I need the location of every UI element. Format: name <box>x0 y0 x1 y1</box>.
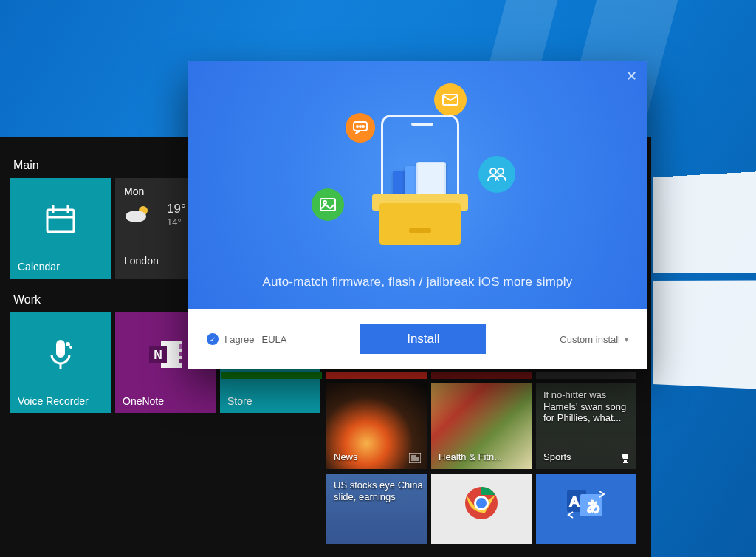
people-bubble-icon <box>478 156 515 193</box>
svg-point-11 <box>66 342 70 346</box>
mail-bubble-icon <box>434 83 467 116</box>
tile-label: Calendar <box>18 261 60 273</box>
calendar-icon <box>43 202 78 238</box>
tile-voice-recorder[interactable]: Voice Recorder <box>10 312 111 413</box>
agree-label: I agree <box>224 334 254 345</box>
svg-text:A: A <box>570 494 579 509</box>
svg-rect-16 <box>179 359 182 363</box>
chrome-icon <box>463 485 500 522</box>
installer-hero: ✕ Auto-match firmware, flash / jailb <box>188 61 647 309</box>
close-icon: ✕ <box>626 69 637 83</box>
weather-content: Mon 19° 14° London <box>124 185 144 197</box>
svg-point-37 <box>360 126 361 127</box>
money-headline: US stocks eye China slide, earnings <box>334 479 427 502</box>
svg-point-12 <box>69 346 72 349</box>
translate-icon: Aあ <box>566 485 607 521</box>
eula-link[interactable]: EULA <box>261 334 286 345</box>
onenote-icon: N <box>146 337 185 372</box>
photo-bubble-icon <box>312 188 344 221</box>
tile-label: News <box>334 451 358 463</box>
custom-install-toggle[interactable]: Custom install ▾ <box>560 334 628 345</box>
svg-text:N: N <box>154 349 162 361</box>
weather-high: 19° <box>167 202 186 216</box>
svg-rect-0 <box>47 210 74 232</box>
tile-money[interactable]: US stocks eye China slide, earnings <box>326 474 427 544</box>
svg-point-42 <box>498 168 504 174</box>
sports-headline: If no-hitter was Hamels' swan song for P… <box>543 389 636 424</box>
tile-translate[interactable]: Aあ <box>536 474 636 544</box>
svg-point-41 <box>490 168 496 174</box>
tile-label: Sports <box>543 451 571 463</box>
install-button[interactable]: Install <box>360 324 486 354</box>
drawer-icon <box>379 187 461 245</box>
chat-bubble-icon <box>346 113 375 143</box>
tile-unknown-dark[interactable] <box>431 372 532 379</box>
installer-footer: ✓ I agree EULA Install Custom install ▾ <box>188 309 647 369</box>
installer-tagline: Auto-match firmware, flash / jailbreak i… <box>188 275 647 290</box>
install-label: Install <box>407 332 439 346</box>
weather-low: 14° <box>167 216 186 228</box>
tile-label: Voice Recorder <box>18 395 89 407</box>
tile-label: OneNote <box>123 395 164 407</box>
news-icon <box>409 453 421 463</box>
svg-point-36 <box>357 126 358 127</box>
close-button[interactable]: ✕ <box>621 66 642 86</box>
weather-city: London <box>124 255 159 267</box>
checkbox-checked-icon: ✓ <box>207 333 219 345</box>
tiles-right: News Health & Fitn... If no-hitter was H… <box>221 372 636 544</box>
custom-install-label: Custom install <box>560 334 620 345</box>
tile-calendar[interactable]: Calendar <box>10 178 111 278</box>
trophy-icon <box>620 453 630 463</box>
tile-unknown-red[interactable] <box>326 372 427 379</box>
tile-health[interactable]: Health & Fitn... <box>431 383 532 469</box>
svg-rect-39 <box>320 199 335 211</box>
weather-day: Mon <box>124 185 144 197</box>
tile-xbox[interactable] <box>221 372 322 379</box>
svg-point-38 <box>362 126 364 127</box>
svg-text:あ: あ <box>587 499 600 513</box>
svg-point-5 <box>126 211 146 222</box>
svg-rect-9 <box>56 340 65 358</box>
installer-illustration <box>292 82 543 252</box>
eula-agree[interactable]: ✓ I agree EULA <box>207 333 286 345</box>
svg-point-29 <box>476 498 487 508</box>
tile-chrome[interactable] <box>431 474 532 544</box>
svg-rect-15 <box>179 352 182 356</box>
svg-point-40 <box>323 201 326 204</box>
chevron-down-icon: ▾ <box>625 335 628 344</box>
weather-cloud-icon <box>124 203 154 225</box>
tile-label: Health & Fitn... <box>439 451 502 463</box>
tile-sports[interactable]: If no-hitter was Hamels' swan song for P… <box>536 383 636 469</box>
tile-news[interactable]: News <box>326 383 427 469</box>
tile-unknown-gray[interactable] <box>536 372 636 379</box>
svg-rect-14 <box>179 344 182 349</box>
installer-dialog: ✕ Auto-match firmware, flash / jailb <box>188 61 647 369</box>
mic-icon <box>46 337 75 372</box>
